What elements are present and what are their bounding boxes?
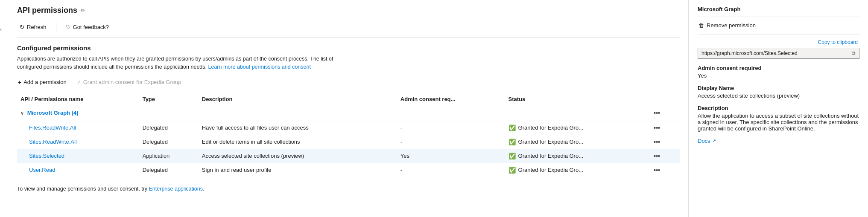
action-bar: + Add a permission ✓ Grant admin consent…: [17, 77, 680, 87]
section-description: Applications are authorized to call APIs…: [17, 55, 342, 71]
status-check-icon: ✅: [509, 124, 516, 131]
feedback-button[interactable]: ♡ Got feedback?: [63, 22, 112, 32]
copy-to-clipboard-button[interactable]: Copy to clipboard: [816, 38, 859, 46]
main-content: API permissions ✏ ↻ Refresh ♡ Got feedba…: [9, 0, 689, 217]
status-text: Granted for Expedia Gro...: [518, 167, 583, 173]
status-check-icon: ✅: [509, 153, 516, 159]
section-title: Configured permissions: [17, 44, 680, 52]
page-title: API permissions: [17, 6, 77, 15]
remove-permission-button[interactable]: 🗑 Remove permission: [698, 20, 757, 30]
perm-status-cell: ✅ Granted for Expedia Gro...: [505, 149, 648, 163]
table-row: Sites.Selected Application Access select…: [17, 149, 680, 163]
docs-label: Docs: [698, 138, 710, 144]
permissions-table: API / Permissions name Type Description …: [17, 93, 680, 177]
perm-name-link[interactable]: User.Read: [20, 167, 55, 173]
toolbar: ↻ Refresh ♡ Got feedback?: [17, 18, 680, 38]
refresh-label: Refresh: [27, 24, 47, 30]
perm-more-cell: •••: [648, 135, 680, 149]
heart-icon: ♡: [66, 24, 71, 30]
table-header-row: API / Permissions name Type Description …: [17, 93, 680, 105]
col-header-description: Description: [199, 93, 397, 105]
perm-more-cell: •••: [648, 163, 680, 177]
collapse-chevron[interactable]: ‹: [0, 0, 9, 217]
display-name-section: Display Name Access selected site collec…: [698, 85, 859, 99]
perm-admin-consent-cell: -: [397, 121, 505, 135]
chevron-down-icon[interactable]: ∨: [20, 110, 24, 116]
status-check-icon: ✅: [509, 139, 516, 145]
admin-consent-required-value: Yes: [698, 72, 859, 79]
perm-name-cell: Sites.Selected: [17, 149, 139, 163]
url-box: https://graph.microsoft.com/Sites.Select…: [698, 48, 859, 59]
status-check-icon: ✅: [509, 167, 516, 174]
perm-more-cell: •••: [648, 149, 680, 163]
right-panel: Microsoft Graph 🗑 Remove permission Copy…: [689, 0, 868, 217]
add-permission-button[interactable]: + Add a permission: [17, 77, 67, 87]
perm-status-cell: ✅ Granted for Expedia Gro...: [505, 135, 648, 149]
refresh-button[interactable]: ↻ Refresh: [17, 22, 49, 32]
trash-icon: 🗑: [698, 22, 704, 29]
col-header-actions: [648, 93, 680, 105]
page-title-bar: API permissions ✏: [17, 0, 680, 18]
copy-row: Copy to clipboard: [698, 38, 859, 46]
perm-type-cell: Application: [139, 149, 199, 163]
display-name-label: Display Name: [698, 85, 859, 91]
perm-more-button[interactable]: •••: [651, 124, 663, 132]
grant-consent-button[interactable]: ✓ Grant admin consent for Expedia Group: [76, 77, 182, 87]
perm-description-cell: Edit or delete items in all site collect…: [199, 135, 397, 149]
perm-more-cell: •••: [648, 121, 680, 135]
table-group-row: ∨ Microsoft Graph (4) •••: [17, 105, 680, 121]
divider-2: [698, 35, 859, 35]
toolbar-divider: [56, 23, 56, 31]
perm-more-button[interactable]: •••: [651, 166, 663, 174]
perm-admin-consent-cell: Yes: [397, 149, 505, 163]
perm-status-cell: ✅ Granted for Expedia Gro...: [505, 121, 648, 135]
external-link-icon: ↗: [712, 138, 716, 144]
perm-more-button[interactable]: •••: [651, 138, 663, 146]
learn-more-link[interactable]: Learn more about permissions and consent: [208, 64, 311, 70]
col-header-admin-consent: Admin consent req...: [397, 93, 505, 105]
perm-name-cell: Files.ReadWrite.All: [17, 121, 139, 135]
perm-description-cell: Sign in and read user profile: [199, 163, 397, 177]
enterprise-applications-link[interactable]: Enterprise applications.: [149, 186, 205, 192]
divider-1: [698, 17, 859, 17]
perm-description-cell: Have full access to all files user can a…: [199, 121, 397, 135]
perm-admin-consent-cell: -: [397, 163, 505, 177]
perm-name-cell: User.Read: [17, 163, 139, 177]
group-more-button[interactable]: •••: [651, 109, 663, 117]
perm-name-cell: Sites.ReadWrite.All: [17, 135, 139, 149]
col-header-type: Type: [139, 93, 199, 105]
remove-permission-label: Remove permission: [707, 22, 756, 29]
perm-name-link[interactable]: Sites.Selected: [20, 153, 64, 159]
col-header-status: Status: [505, 93, 648, 105]
description-value: Allow the application to access a subset…: [698, 113, 859, 132]
check-icon: ✓: [77, 79, 81, 85]
description-label: Description: [698, 105, 859, 111]
perm-admin-consent-cell: -: [397, 135, 505, 149]
perm-type-cell: Delegated: [139, 121, 199, 135]
right-panel-header: Microsoft Graph: [698, 6, 859, 12]
docs-section: Docs ↗: [698, 138, 859, 144]
bottom-note: To view and manage permissions and user …: [17, 186, 680, 192]
table-row: Files.ReadWrite.All Delegated Have full …: [17, 121, 680, 135]
add-permission-label: Add a permission: [23, 79, 66, 85]
docs-link[interactable]: Docs ↗: [698, 138, 859, 144]
status-text: Granted for Expedia Gro...: [518, 153, 583, 159]
admin-consent-required-section: Admin consent required Yes: [698, 65, 859, 79]
group-more-cell: •••: [648, 105, 680, 121]
perm-more-button[interactable]: •••: [651, 152, 663, 160]
table-row: Sites.ReadWrite.All Delegated Edit or de…: [17, 135, 680, 149]
url-copy-icon[interactable]: ⧉: [852, 50, 856, 56]
table-row: User.Read Delegated Sign in and read use…: [17, 163, 680, 177]
perm-status-cell: ✅ Granted for Expedia Gro...: [505, 163, 648, 177]
perm-description-cell: Access selected site collections (previe…: [199, 149, 397, 163]
status-text: Granted for Expedia Gro...: [518, 139, 583, 145]
group-cell: ∨ Microsoft Graph (4): [17, 105, 648, 121]
grant-consent-label: Grant admin consent for Expedia Group: [83, 79, 181, 85]
pin-icon[interactable]: ✏: [81, 7, 85, 14]
perm-name-link[interactable]: Files.ReadWrite.All: [20, 124, 76, 131]
refresh-icon: ↻: [20, 23, 25, 30]
perm-name-link[interactable]: Sites.ReadWrite.All: [20, 139, 77, 145]
plus-icon: +: [18, 79, 21, 86]
admin-consent-required-label: Admin consent required: [698, 65, 859, 71]
group-name-link[interactable]: Microsoft Graph (4): [27, 110, 79, 116]
